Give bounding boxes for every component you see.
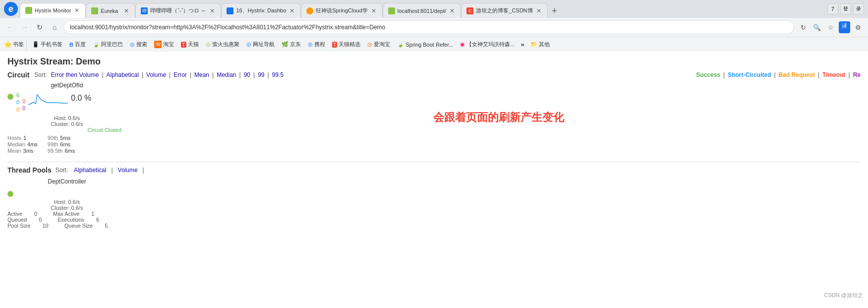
tab-favicon-1	[25, 7, 32, 14]
home-button[interactable]: ⌂	[49, 21, 60, 33]
bm-search-label: 搜索	[136, 41, 147, 48]
sort-alphabetical[interactable]: Alphabetical	[107, 71, 139, 78]
back-button[interactable]: ←	[4, 21, 16, 33]
circuit-label: Circuit	[7, 71, 29, 79]
bm-tianmao[interactable]: T 天猫	[178, 39, 202, 50]
bookmarks-separator	[26, 40, 27, 50]
tab-close-3[interactable]: ✕	[209, 6, 216, 15]
tab-localhost8011[interactable]: localhost:8011/dept/ ✕	[383, 3, 461, 18]
bookmarks-bar: ⭐ 书签 📱 手机书签 B 百度 🍃 阿里巴巴 ◎ 搜索 淘 淘宝 T 天猫 ◎	[0, 37, 868, 52]
bookmarks-label[interactable]: 书签	[13, 41, 24, 48]
thread-maxactive-label: Max Active	[53, 211, 79, 217]
bm-taobao[interactable]: 淘 淘宝	[151, 39, 177, 50]
stat-label-hosts: Hosts	[7, 135, 21, 141]
tab-close-6[interactable]: ✕	[449, 6, 456, 15]
tab-label-6: localhost:8011/dept/	[398, 8, 446, 14]
browser-frame: e Hystrix Monitor ✕ Eureka ✕ 哔 哔哩哔哩（ˇ-ˇ）…	[0, 0, 868, 52]
stat-col-left: Hosts 1 Median 4ms Mean 3ms	[7, 135, 38, 154]
bm-nav-label: 网址导航	[253, 41, 275, 48]
star-icon[interactable]: ☆	[825, 21, 837, 33]
tab-csdn[interactable]: C 游坦之的博客_CSDN博 ✕	[461, 3, 547, 18]
tab-bilibili[interactable]: 哔 哔哩哔哩（ˇ-ˇ）つロ ～ ✕	[135, 3, 221, 18]
bm-jd[interactable]: 🌿 京东	[279, 39, 304, 50]
widget-graph-area: 6 0 0 0 0 0.0 %	[7, 90, 126, 113]
thread-executions-label: Executions	[58, 217, 84, 223]
thread-queuesize-val: 5	[105, 223, 108, 229]
refresh-button[interactable]: ↻	[34, 21, 46, 33]
status-re: Re	[853, 71, 861, 78]
search-icon[interactable]: 🔍	[811, 21, 823, 33]
tab-kuangshen[interactable]: 狂神说SpringCloud学 ✕	[301, 3, 383, 18]
sort-90[interactable]: 90	[244, 71, 250, 78]
sort-error[interactable]: Error	[174, 71, 187, 78]
section-divider	[7, 162, 861, 162]
tab-close-7[interactable]: ✕	[535, 6, 542, 15]
tab-close-1[interactable]: ✕	[73, 6, 80, 15]
tab-label-1: Hystrix Monitor	[35, 7, 71, 13]
sort-median[interactable]: Median	[217, 71, 236, 78]
bm-mobile[interactable]: 📱 手机书签	[29, 39, 65, 50]
reload-icon[interactable]: ↻	[797, 21, 809, 33]
tab-label-2: Eureka	[101, 8, 120, 14]
thread-active-label: Active	[7, 211, 22, 217]
bm-baidu[interactable]: B 百度	[66, 39, 89, 50]
thread-widget-title: DeptController	[7, 178, 126, 185]
footer-text: CSDN @游坦之	[824, 292, 863, 298]
stat-row-90th: 90th 5ms	[48, 135, 75, 141]
sort-volume[interactable]: Volume	[146, 71, 166, 78]
stat-label-median: Median	[7, 141, 25, 147]
tabs-bar: Hystrix Monitor ✕ Eureka ✕ 哔 哔哩哔哩（ˇ-ˇ）つロ…	[20, 0, 821, 18]
tab-eureka[interactable]: Eureka ✕	[86, 3, 135, 18]
thread-sort-volume[interactable]: Volume	[118, 167, 138, 174]
bm-other[interactable]: 📁 其他	[527, 39, 553, 50]
thread-sort-alphabetical[interactable]: Alphabetical	[74, 167, 106, 174]
sort-error-then-volume[interactable]: Error then Volume	[51, 71, 99, 78]
tab-hystrix-monitor[interactable]: Hystrix Monitor ✕	[20, 3, 86, 18]
tab-close-4[interactable]: ✕	[289, 6, 295, 15]
bm-alibaba[interactable]: 🍃 阿里巴巴	[90, 39, 126, 50]
sort-99-5[interactable]: 99.5	[272, 71, 284, 78]
window-btn-1[interactable]: 7	[827, 3, 838, 14]
bm-springboot[interactable]: 🍃 Spring Boot Refer...	[394, 40, 456, 49]
bm-nav[interactable]: ◎ 网址导航	[243, 39, 278, 50]
tab-close-2[interactable]: ✕	[123, 6, 130, 15]
sort-99[interactable]: 99	[258, 71, 264, 78]
bm-ctrip[interactable]: ◎ 携程	[305, 39, 328, 50]
bm-huiju[interactable]: ◎ 萤火虫惠聚	[203, 39, 242, 50]
title-bar: e Hystrix Monitor ✕ Eureka ✕ 哔 哔哩哔哩（ˇ-ˇ）…	[0, 0, 868, 18]
bookmarks-more-button[interactable]: »	[519, 40, 526, 49]
stat-row-mean: Mean 3ms	[7, 148, 38, 154]
bm-tianmao-jingxuan-label: 天猫精选	[339, 41, 360, 48]
tab-close-5[interactable]: ✕	[370, 6, 377, 15]
bm-tianmao-jingxuan[interactable]: T 天猫精选	[329, 39, 364, 50]
sort-mean[interactable]: Mean	[194, 71, 209, 78]
stat-row-99th: 99th 6ms	[48, 141, 75, 147]
thread-queuesize-label: Queue Size	[64, 223, 93, 229]
thread-widget: DeptController Host: 0.6/s Cluster: 0.6/…	[7, 178, 126, 229]
tab-hystrix-dashb[interactable]: 16、Hystrix: Dashbo ✕	[221, 3, 301, 18]
widget-title: getDeptOfId	[7, 82, 126, 89]
status-short-circuited: Short-Circuited	[728, 71, 771, 78]
window-btn-2[interactable]: 登	[840, 3, 851, 14]
address-input[interactable]	[63, 20, 794, 34]
bm-nvsheng[interactable]: ◉ 【女神艾玛沃特森...	[457, 39, 518, 50]
num-right1: 0	[22, 98, 25, 105]
thread-pools-header: Thread Pools Sort: Alphabetical | Volume…	[7, 166, 861, 174]
status-timeout: Timeout	[822, 71, 845, 78]
circuit-content: getDeptOfId 6 0 0 0 0 0.0 %	[7, 82, 861, 154]
translate-button[interactable]: 译	[839, 21, 850, 33]
thread-poolsize-label: Pool Size	[7, 223, 30, 229]
page-footer: CSDN @游坦之	[0, 290, 868, 301]
bm-aitaobao[interactable]: ◎ 爱淘宝	[364, 39, 393, 50]
forward-button[interactable]: →	[19, 21, 31, 33]
bm-jd-label: 京东	[290, 41, 301, 48]
extension-icon[interactable]: ⚙	[852, 21, 864, 33]
stat-val-mean: 3ms	[23, 148, 34, 154]
window-btn-3[interactable]: 录	[853, 3, 864, 14]
stat-val-hosts: 1	[23, 135, 26, 141]
new-tab-button[interactable]: +	[548, 4, 562, 18]
tab-favicon-7: C	[466, 7, 473, 14]
stat-row-99-5th: 99.5th 6ms	[48, 148, 75, 154]
spark-numbers-right: 0 0	[22, 98, 25, 112]
bm-search[interactable]: ◎ 搜索	[127, 39, 150, 50]
